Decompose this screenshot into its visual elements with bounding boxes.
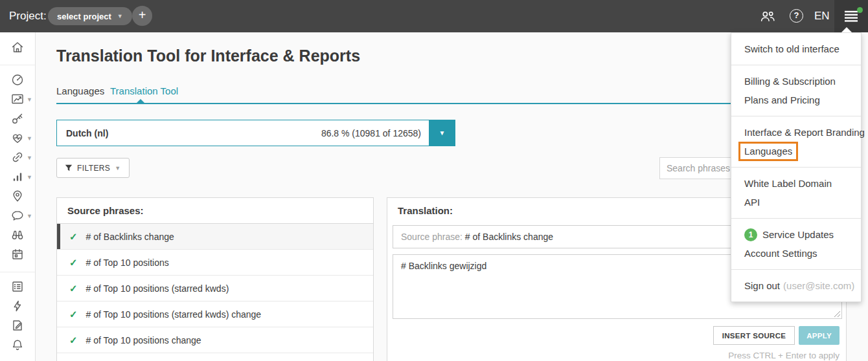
menu-group: Interface & Report Branding Languages [731,116,861,168]
hamburger-icon [844,10,858,22]
menu-item-label: Switch to old interface [744,39,839,58]
binoculars-icon[interactable] [10,228,25,242]
add-project-button[interactable]: + [132,6,152,26]
heart-pulse-icon[interactable] [10,131,25,145]
select-project-dropdown[interactable]: select project ▼ [48,7,132,25]
chevron-down-icon[interactable]: ▼ [27,174,33,181]
language-progress: 86.8 % (10981 of 12658) [321,128,429,138]
filter-icon [65,164,73,172]
list-item[interactable]: ✓ # of Top 10 positions (starred kwds) c… [57,301,373,327]
insert-source-button[interactable]: INSERT SOURCE [713,326,795,345]
line-chart-icon[interactable] [10,92,25,106]
chevron-down-icon[interactable]: ▼ [27,155,33,161]
bell-icon[interactable] [10,338,25,352]
chevron-down-icon: ▼ [115,165,120,171]
list-item[interactable]: ✓ # of Backlinks change [57,224,373,250]
chevron-down-icon[interactable]: ▼ [27,213,33,219]
list-item[interactable]: ✓ # of Top 10 positions [57,250,373,276]
menu-group: Billing & Subscription Plans and Pricing [731,65,861,116]
calendar-icon[interactable] [10,247,25,261]
sidebar-divider [0,65,35,65]
service-updates-badge: 1 [744,228,757,241]
action-buttons: INSERT SOURCE APPLY [713,326,839,345]
users-icon[interactable] [759,8,777,27]
project-label: Project: [9,0,47,32]
speech-bubble-icon[interactable] [10,208,25,223]
list-item[interactable]: ✓ # of Top 10 positions change [57,327,373,353]
account-menu: Switch to old interface Billing & Subscr… [731,32,862,302]
menu-item-switch-old-interface[interactable]: Switch to old interface [731,39,861,58]
chevron-down-icon[interactable]: ▼ [27,135,33,142]
menu-item-label: Plans and Pricing [744,91,820,109]
apply-button[interactable]: APPLY [799,326,839,345]
language-selector[interactable]: Dutch (nl) 86.8 % (10981 of 12658) ▼ [56,120,455,146]
menu-item-interface-report-branding[interactable]: Interface & Report Branding [731,123,861,142]
signout-account: (user@site.com) [783,276,854,295]
menu-item-plans-pricing[interactable]: Plans and Pricing [731,91,861,109]
check-icon: ✓ [69,334,78,346]
map-pin-icon[interactable] [10,189,25,203]
menu-item-account-settings[interactable]: Account Settings [731,244,861,263]
translation-title: Translation: [387,198,453,224]
menu-arrow [841,27,852,32]
list-item[interactable] [57,353,373,361]
menu-item-service-updates[interactable]: 1 Service Updates [731,225,861,244]
tab-languages[interactable]: Languages [56,85,104,96]
menu-item-label: API [744,193,760,212]
check-icon: ✓ [69,231,78,243]
check-icon: ✓ [69,283,78,294]
menu-item-white-label-domain[interactable]: White Label Domain [731,174,861,193]
select-project-label: select project [57,12,111,21]
languages-highlight-box: Languages [738,142,798,161]
list-icon[interactable] [10,279,25,294]
source-phrases-panel: Source phrases: ✓ # of Backlinks change … [56,197,374,361]
key-icon[interactable] [10,111,25,126]
notification-dot [857,7,863,13]
phrase-label: # of Top 10 positions (starred kwds) cha… [86,309,262,320]
topbar: Project: select project ▼ + ? EN [0,0,868,32]
menu-item-label: Interface & Report Branding [744,123,865,142]
menu-item-label: Sign out [744,276,780,295]
phrase-label: # of Top 10 positions change [86,335,201,345]
source-phrase-prefix: Source phrase: [401,232,465,242]
check-icon: ✓ [69,257,78,268]
source-phrases-title: Source phrases: [57,198,373,224]
menu-group: Sign out (user@site.com) [731,270,861,301]
apply-hint: Press CTRL + Enter to apply [728,351,839,360]
link-icon[interactable] [10,150,25,164]
app-window: Project: select project ▼ + ? EN [0,0,868,361]
menu-item-label: Billing & Subscription [744,72,836,91]
phrase-label: # of Backlinks change [86,232,174,242]
source-phrase-value: # of Backlinks change [465,232,553,242]
filters-button[interactable]: FILTERS ▼ [56,158,130,178]
menu-item-api[interactable]: API [731,193,861,212]
page-title: Translation Tool for Interface & Reports [56,47,360,65]
filters-label: FILTERS [77,164,110,173]
sidebar-divider [0,272,35,272]
language-name: Dutch (nl) [57,128,108,138]
phrase-label: # of Top 10 positions [86,257,169,268]
lightning-icon[interactable] [10,299,25,313]
tab-underline [56,103,847,104]
menu-group: 1 Service Updates Account Settings [731,219,861,270]
phrase-label: # of Top 10 positions (starred kwds) [86,283,229,294]
locale-switcher[interactable]: EN [814,0,830,32]
chevron-down-icon: ▼ [439,129,446,137]
tab-translation-tool[interactable]: Translation Tool [110,85,178,96]
menu-item-billing-subscription[interactable]: Billing & Subscription [731,72,861,91]
gauge-icon[interactable] [10,72,25,87]
chevron-down-icon[interactable]: ▼ [27,96,33,103]
check-icon: ✓ [69,309,78,320]
menu-item-languages[interactable]: Languages [731,142,861,160]
help-icon[interactable]: ? [790,9,803,23]
active-tab-arrow [137,99,144,103]
home-icon[interactable] [10,40,25,54]
document-edit-icon[interactable] [10,318,25,333]
bar-chart-icon[interactable] [10,170,25,184]
list-item[interactable]: ✓ # of Top 10 positions (starred kwds) [57,276,373,301]
menu-item-label: Service Updates [762,225,834,244]
language-dropdown-button[interactable]: ▼ [429,120,455,146]
menu-group: White Label Domain API [731,168,861,219]
menu-item-sign-out[interactable]: Sign out (user@site.com) [731,276,861,295]
menu-group: Switch to old interface [731,33,861,65]
